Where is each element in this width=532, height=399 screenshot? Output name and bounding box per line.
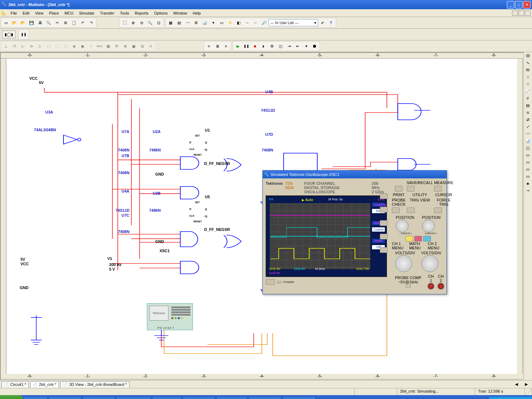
toggle-spreadsheet-button[interactable]: ▦ (167, 19, 174, 27)
align-right-button[interactable]: ≡ (222, 42, 230, 50)
find-button[interactable]: 🔎 (260, 19, 268, 27)
help-button[interactable]: ? (327, 19, 335, 27)
system-tray[interactable]: 🛡 🔊 🌐 ❇ 4:05 PM (489, 397, 532, 399)
spectrum-button[interactable]: 📊 (524, 137, 531, 144)
component-wizard-button[interactable]: ✦ (209, 19, 217, 27)
freq-counter-button[interactable]: # (524, 95, 531, 102)
scope-softkey-2[interactable] (380, 207, 388, 212)
print-button[interactable] (36, 19, 44, 27)
open-sample-button[interactable] (19, 19, 27, 27)
forward-annotate-button[interactable]: → (243, 19, 251, 27)
menu-options[interactable]: Options (151, 10, 171, 16)
save-button[interactable] (28, 19, 35, 27)
doctab[interactable]: 📄2bit_cntr * (30, 381, 59, 388)
place-ttl-button[interactable]: ⬚ (45, 42, 52, 50)
scope-softkey-5[interactable] (380, 247, 388, 253)
sim-step-button[interactable]: ⏵ (260, 42, 267, 50)
doctab[interactable]: 📄3D View - 2bit_cntr-BreadBoard * (60, 381, 129, 388)
mdi-restore-button[interactable] (519, 11, 524, 16)
place-basic-button[interactable]: ⊓ (11, 42, 18, 50)
zoom-area-button[interactable]: 🔍 (146, 19, 154, 27)
erc-button[interactable]: ⚡ (226, 19, 234, 27)
logic-analyzer-button[interactable]: ⧈ (524, 109, 531, 116)
scope-print-button[interactable] (395, 186, 403, 192)
minimize-button[interactable]: _ (507, 1, 514, 9)
copy-button[interactable] (62, 19, 70, 27)
place-analog-button[interactable]: ▷ (36, 42, 44, 50)
wattmeter-button[interactable]: W (524, 66, 531, 73)
place-electromech-button[interactable]: ⊕ (121, 42, 129, 50)
scroll-left-button[interactable]: ◀ (512, 381, 520, 388)
place-rf-button[interactable]: Ψ (113, 42, 121, 50)
sim-analyses-button[interactable]: ◫ (277, 42, 284, 50)
scope-ch2-bnc[interactable] (437, 283, 444, 290)
mdi-close-button[interactable] (525, 11, 531, 16)
scope-ch1menu-button[interactable] (405, 236, 413, 242)
agilent-scope-button[interactable]: ▭ (524, 166, 531, 173)
scope-mathmenu-button[interactable] (414, 236, 422, 242)
labview-button[interactable]: ◈ (524, 180, 531, 187)
close-button[interactable]: ✕ (523, 1, 531, 9)
scope-position-2-knob[interactable] (422, 220, 435, 232)
place-hierarchical-button[interactable]: ⊟ (138, 42, 146, 50)
scope-ch1-bnc[interactable] (427, 283, 434, 290)
place-mixed-button[interactable]: ◈ (70, 42, 78, 50)
taskbar-app-button[interactable]: ▫Adobe Phot... (283, 397, 316, 399)
scope-saverecall-button[interactable] (407, 186, 415, 192)
sim-settings-button[interactable]: ⚙ (268, 42, 276, 50)
fullscreen-button[interactable]: ⛶ (121, 19, 128, 27)
scope-voltsdiv-2-knob[interactable] (421, 255, 438, 272)
network-analyzer-button[interactable]: ◫ (524, 144, 531, 151)
menu-simulate[interactable]: Simulate (76, 10, 97, 16)
scope-softkey-3[interactable] (380, 220, 388, 226)
pause-switch[interactable] (20, 31, 28, 38)
scope-forcetrig-button[interactable] (434, 207, 442, 213)
scope-ch2menu-button[interactable] (423, 236, 431, 242)
function-gen-button[interactable]: ∿ (524, 59, 531, 66)
align-left-button[interactable]: ≡ (205, 42, 213, 50)
start-button[interactable]: ⊞start (0, 395, 23, 399)
tek-scope-button[interactable]: ▭ (524, 173, 531, 180)
taskbar-app-button[interactable]: ▫2bit_cntr - ... (216, 397, 247, 399)
in-use-list-combo[interactable]: --- In Use List ---▾ (268, 19, 318, 26)
maximize-button[interactable]: □ (515, 1, 522, 9)
zoom-out-button[interactable] (138, 19, 145, 27)
menu-reports[interactable]: Reports (132, 10, 151, 16)
oscilloscope-button[interactable]: ⎍ (524, 73, 531, 81)
sim-stop-button[interactable] (251, 42, 259, 50)
redo-button[interactable] (87, 19, 95, 27)
back-annotate-button[interactable]: ← (252, 19, 260, 27)
paste-button[interactable] (70, 19, 78, 27)
doctab[interactable]: 📄Circuit1 * (1, 381, 29, 388)
grapher-button[interactable]: 〰 (184, 19, 192, 27)
undo-button[interactable] (79, 19, 87, 27)
place-advanced-button[interactable]: ▦ (104, 42, 112, 50)
zoom-fit-button[interactable]: ⊡ (155, 19, 162, 27)
sim-probe-button[interactable]: ⇥ (285, 42, 293, 50)
agilent-fg-button[interactable]: ▭ (524, 151, 531, 159)
scope-voltsdiv-1-knob[interactable] (395, 255, 412, 272)
mdi-minimize-button[interactable] (512, 11, 518, 16)
menu-place[interactable]: Place (46, 10, 62, 16)
taskbar-app-button[interactable]: ▫74-163.pdf ... (183, 397, 215, 399)
sim-run-button[interactable] (234, 42, 242, 50)
scroll-right-button[interactable]: ▶ (522, 381, 530, 388)
menu-window[interactable]: Window (170, 10, 190, 16)
place-indicator-button[interactable]: ◉ (79, 42, 87, 50)
sim-3d-button[interactable]: ⬢ (311, 42, 318, 50)
menu-edit[interactable]: Edit (20, 10, 32, 16)
place-transistor-button[interactable]: ⊳ (28, 42, 35, 50)
open-button[interactable] (11, 19, 18, 27)
scope-position-1-knob[interactable] (396, 220, 409, 232)
run-switch[interactable]: ▮◯▮ (2, 31, 16, 38)
taskbar-app-button[interactable]: ▫The Bat! (24, 397, 48, 399)
new-button[interactable] (2, 19, 10, 27)
taskbar-app-button[interactable]: ▫Xilinx - Proj... (49, 397, 81, 399)
analysis-button[interactable]: 📊 (201, 19, 209, 27)
4ch-scope-button[interactable]: ⎍ (524, 81, 531, 88)
taskbar-app-button[interactable]: ▫P-CAD 200... (83, 397, 115, 399)
sim-breadboard-button[interactable]: ⇤ (294, 42, 301, 50)
oscilloscope-instrument[interactable]: Tektronix P G 1 2 3 4 T (147, 303, 193, 330)
breadboard-button[interactable]: ▭ (218, 19, 226, 27)
place-diode-button[interactable]: ▷ (19, 42, 27, 50)
